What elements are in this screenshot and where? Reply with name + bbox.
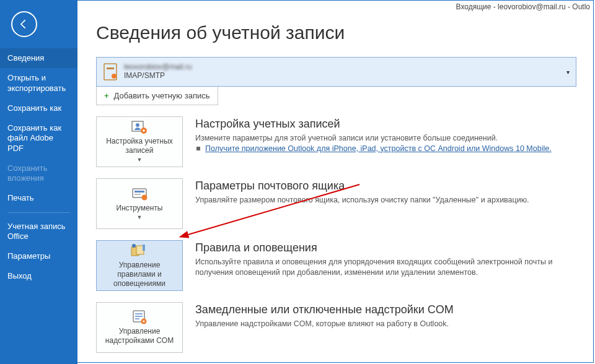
tile-icon-0: [130, 119, 149, 134]
mailbox-icon: [103, 63, 118, 81]
sidebar-separator: [7, 212, 70, 213]
section-2: Управление правилами и оповещениямиПрави…: [96, 240, 576, 291]
sidebar-item-5[interactable]: Печать: [0, 188, 77, 208]
sidebar-item2-1[interactable]: Параметры: [0, 246, 77, 266]
chevron-down-icon: ▼: [137, 214, 143, 221]
section-desc-2: Используйте правила и оповещения для упо…: [195, 257, 576, 278]
back-button[interactable]: [11, 11, 37, 37]
svg-rect-1: [107, 67, 114, 69]
section-body-3: Замедленные или отключенные надстройки C…: [195, 302, 576, 329]
sidebar-item-1[interactable]: Открыть и экспортировать: [0, 68, 77, 98]
section-3: Управление надстройками COMЗамедленные и…: [96, 302, 576, 353]
tile-icon-3: [130, 310, 149, 324]
svg-rect-8: [134, 191, 144, 193]
section-title-2: Правила и оповещения: [195, 241, 576, 254]
section-title-3: Замедленные или отключенные надстройки C…: [195, 303, 576, 316]
tile-label-1: Инструменты: [117, 204, 163, 213]
sidebar-item-4: Сохранить вложения: [0, 158, 77, 189]
section-title-1: Параметры почтового ящика: [195, 180, 576, 193]
tile-1[interactable]: Инструменты▼: [96, 178, 183, 229]
section-desc-1: Управляйте размером почтового ящика, исп…: [195, 195, 576, 206]
section-desc-0: Измените параметры для этой учетной запи…: [195, 133, 576, 154]
tile-icon-1: [130, 186, 149, 201]
section-1: Инструменты▼Параметры почтового ящикаУпр…: [96, 178, 576, 229]
tile-label-2: Управление правилами и оповещениями: [99, 261, 180, 288]
tile-icon-2: [130, 243, 149, 258]
svg-point-6: [143, 130, 145, 132]
svg-point-4: [136, 123, 139, 127]
sidebar-item-2[interactable]: Сохранить как: [0, 98, 77, 118]
sections-container: Настройка учетных записей▼Настройка учет…: [96, 116, 576, 353]
tile-label-0: Настройка учетных записей: [99, 137, 180, 155]
section-link-0[interactable]: Получите приложение Outlook для iPhone, …: [205, 144, 552, 153]
svg-rect-9: [134, 194, 141, 195]
section-body-1: Параметры почтового ящикаУправляйте разм…: [195, 178, 576, 206]
bullet-icon: [196, 147, 200, 150]
tile-label-3: Управление надстройками COM: [99, 327, 180, 345]
svg-point-17: [143, 320, 144, 322]
window-title: Входящие - leovorobiov@mail.ru - Outlo: [451, 0, 595, 14]
add-account-button[interactable]: + Добавить учетную запись: [96, 87, 218, 105]
account-protocol: IMAP/SMTP: [124, 72, 192, 80]
tile-3[interactable]: Управление надстройками COM: [96, 302, 183, 353]
arrow-left-icon: [18, 18, 30, 30]
svg-point-14: [132, 244, 136, 248]
svg-point-2: [112, 74, 117, 79]
sidebar-item-0[interactable]: Сведения: [0, 48, 77, 68]
backstage-sidebar: СведенияОткрыть и экспортироватьСохранит…: [0, 0, 77, 364]
section-body-2: Правила и оповещенияИспользуйте правила …: [195, 240, 576, 278]
page-title: Сведения об учетной записи: [96, 22, 576, 43]
tile-2[interactable]: Управление правилами и оповещениями: [96, 240, 183, 291]
sidebar-item2-2[interactable]: Выход: [0, 266, 77, 286]
svg-point-10: [142, 194, 148, 200]
account-text: leovorobiov@mail.ru IMAP/SMTP: [124, 63, 192, 80]
sidebar-item-3[interactable]: Сохранить как файл Adobe PDF: [0, 118, 77, 158]
account-email: leovorobiov@mail.ru: [124, 63, 192, 72]
chevron-down-icon: ▾: [566, 69, 570, 76]
account-selector[interactable]: leovorobiov@mail.ru IMAP/SMTP ▾: [96, 57, 576, 87]
tile-0[interactable]: Настройка учетных записей▼: [96, 116, 183, 167]
section-desc-3: Управление надстройками COM, которые вли…: [195, 319, 576, 329]
main-panel: Сведения об учетной записи leovorobiov@m…: [77, 0, 595, 364]
chevron-down-icon: ▼: [137, 157, 143, 163]
plus-icon: +: [104, 91, 109, 100]
svg-rect-13: [143, 245, 145, 251]
sidebar-item2-0[interactable]: Учетная запись Office: [0, 217, 77, 247]
section-0: Настройка учетных записей▼Настройка учет…: [96, 116, 576, 167]
add-account-label: Добавить учетную запись: [114, 91, 210, 100]
section-body-0: Настройка учетных записейИзмените параме…: [195, 116, 576, 154]
section-title-0: Настройка учетных записей: [195, 118, 576, 131]
